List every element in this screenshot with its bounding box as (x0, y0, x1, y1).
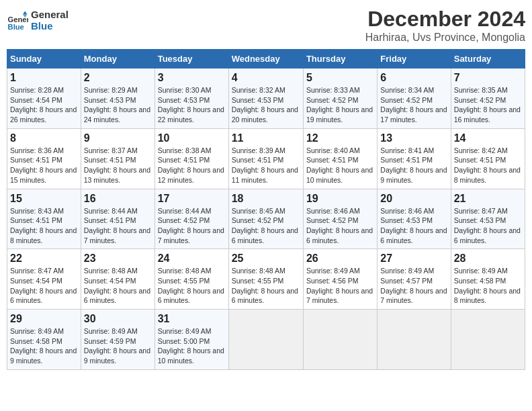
calendar-cell: 7Sunrise: 8:35 AMSunset: 4:52 PMDaylight… (451, 68, 525, 129)
day-info: Sunrise: 8:29 AMSunset: 4:53 PMDaylight:… (84, 85, 152, 125)
week-row-4: 22Sunrise: 8:47 AMSunset: 4:54 PMDayligh… (7, 249, 525, 310)
day-number: 31 (158, 313, 226, 325)
page-title: December 2024 (365, 7, 525, 32)
calendar-cell: 27Sunrise: 8:49 AMSunset: 4:57 PMDayligh… (378, 249, 451, 310)
day-number: 15 (10, 193, 78, 205)
day-number: 1 (10, 72, 78, 84)
calendar-cell: 23Sunrise: 8:48 AMSunset: 4:54 PMDayligh… (81, 249, 154, 310)
calendar-cell: 21Sunrise: 8:47 AMSunset: 4:53 PMDayligh… (451, 189, 525, 249)
calendar-cell: 14Sunrise: 8:42 AMSunset: 4:51 PMDayligh… (451, 128, 525, 189)
day-info: Sunrise: 8:46 AMSunset: 4:52 PMDaylight:… (306, 206, 374, 246)
calendar-cell: 20Sunrise: 8:46 AMSunset: 4:53 PMDayligh… (378, 189, 451, 249)
header-day-wednesday: Wednesday (228, 50, 303, 68)
header-day-thursday: Thursday (303, 50, 377, 68)
day-number: 11 (232, 132, 300, 144)
day-number: 12 (306, 132, 374, 144)
day-number: 13 (380, 132, 447, 144)
day-info: Sunrise: 8:49 AMSunset: 4:57 PMDaylight:… (380, 266, 447, 306)
day-info: Sunrise: 8:46 AMSunset: 4:53 PMDaylight:… (380, 206, 447, 246)
day-info: Sunrise: 8:44 AMSunset: 4:51 PMDaylight:… (84, 206, 152, 246)
day-number: 9 (84, 132, 152, 144)
svg-text:Blue: Blue (8, 22, 24, 30)
header-day-monday: Monday (81, 50, 154, 68)
day-info: Sunrise: 8:40 AMSunset: 4:51 PMDaylight:… (306, 146, 374, 185)
calendar-cell: 3Sunrise: 8:30 AMSunset: 4:53 PMDaylight… (154, 68, 228, 129)
calendar-cell: 18Sunrise: 8:45 AMSunset: 4:52 PMDayligh… (228, 189, 303, 249)
day-number: 23 (84, 253, 152, 265)
calendar-cell: 12Sunrise: 8:40 AMSunset: 4:51 PMDayligh… (303, 128, 377, 189)
day-info: Sunrise: 8:42 AMSunset: 4:51 PMDaylight:… (454, 146, 522, 185)
calendar-cell: 9Sunrise: 8:37 AMSunset: 4:51 PMDaylight… (81, 128, 154, 189)
day-number: 8 (10, 132, 78, 144)
day-number: 2 (84, 72, 152, 84)
day-number: 19 (306, 193, 374, 205)
calendar-cell: 29Sunrise: 8:49 AMSunset: 4:58 PMDayligh… (7, 310, 81, 370)
calendar-cell: 1Sunrise: 8:28 AMSunset: 4:54 PMDaylight… (7, 68, 81, 129)
calendar-cell: 2Sunrise: 8:29 AMSunset: 4:53 PMDaylight… (81, 68, 154, 129)
day-info: Sunrise: 8:34 AMSunset: 4:52 PMDaylight:… (380, 85, 447, 125)
day-info: Sunrise: 8:38 AMSunset: 4:51 PMDaylight:… (158, 146, 226, 185)
svg-marker-2 (23, 11, 27, 14)
calendar-cell (378, 310, 451, 370)
page-subtitle: Harhiraa, Uvs Province, Mongolia (365, 32, 525, 44)
day-number: 22 (10, 253, 78, 265)
calendar-table: SundayMondayTuesdayWednesdayThursdayFrid… (7, 49, 525, 370)
logo-text-line2: Blue (31, 21, 69, 32)
day-number: 26 (306, 253, 374, 265)
day-number: 4 (232, 72, 300, 84)
day-info: Sunrise: 8:49 AMSunset: 5:00 PMDaylight:… (158, 326, 226, 366)
day-number: 6 (380, 72, 447, 84)
day-info: Sunrise: 8:49 AMSunset: 4:58 PMDaylight:… (454, 266, 522, 306)
day-number: 14 (454, 132, 522, 144)
day-number: 18 (232, 193, 300, 205)
day-info: Sunrise: 8:35 AMSunset: 4:52 PMDaylight:… (454, 85, 522, 125)
header-day-sunday: Sunday (7, 50, 81, 68)
day-number: 3 (158, 72, 226, 84)
calendar-cell: 25Sunrise: 8:48 AMSunset: 4:55 PMDayligh… (228, 249, 303, 310)
calendar-cell: 5Sunrise: 8:33 AMSunset: 4:52 PMDaylight… (303, 68, 377, 129)
day-number: 21 (454, 193, 522, 205)
day-number: 24 (158, 253, 226, 265)
day-info: Sunrise: 8:33 AMSunset: 4:52 PMDaylight:… (306, 85, 374, 125)
day-number: 27 (380, 253, 447, 265)
calendar-cell: 17Sunrise: 8:44 AMSunset: 4:52 PMDayligh… (154, 189, 228, 249)
week-row-2: 8Sunrise: 8:36 AMSunset: 4:51 PMDaylight… (7, 128, 525, 189)
day-info: Sunrise: 8:39 AMSunset: 4:51 PMDaylight:… (232, 146, 300, 185)
calendar-cell (228, 310, 303, 370)
calendar-body: 1Sunrise: 8:28 AMSunset: 4:54 PMDaylight… (7, 68, 525, 370)
day-info: Sunrise: 8:48 AMSunset: 4:55 PMDaylight:… (158, 266, 226, 306)
day-info: Sunrise: 8:47 AMSunset: 4:54 PMDaylight:… (10, 266, 78, 306)
calendar-header: SundayMondayTuesdayWednesdayThursdayFrid… (7, 50, 525, 68)
calendar-cell: 10Sunrise: 8:38 AMSunset: 4:51 PMDayligh… (154, 128, 228, 189)
day-info: Sunrise: 8:45 AMSunset: 4:52 PMDaylight:… (232, 206, 300, 246)
calendar-cell: 11Sunrise: 8:39 AMSunset: 4:51 PMDayligh… (228, 128, 303, 189)
calendar-cell: 31Sunrise: 8:49 AMSunset: 5:00 PMDayligh… (154, 310, 228, 370)
day-number: 20 (380, 193, 447, 205)
day-number: 7 (454, 72, 522, 84)
day-info: Sunrise: 8:44 AMSunset: 4:52 PMDaylight:… (158, 206, 226, 246)
calendar-cell: 13Sunrise: 8:41 AMSunset: 4:51 PMDayligh… (378, 128, 451, 189)
week-row-3: 15Sunrise: 8:43 AMSunset: 4:51 PMDayligh… (7, 189, 525, 249)
day-info: Sunrise: 8:36 AMSunset: 4:51 PMDaylight:… (10, 146, 78, 185)
header-row: SundayMondayTuesdayWednesdayThursdayFrid… (7, 50, 525, 68)
calendar-cell: 4Sunrise: 8:32 AMSunset: 4:53 PMDaylight… (228, 68, 303, 129)
calendar-cell: 28Sunrise: 8:49 AMSunset: 4:58 PMDayligh… (451, 249, 525, 310)
day-number: 28 (454, 253, 522, 265)
day-number: 17 (158, 193, 226, 205)
day-info: Sunrise: 8:47 AMSunset: 4:53 PMDaylight:… (454, 206, 522, 246)
header-day-friday: Friday (378, 50, 451, 68)
day-number: 10 (158, 132, 226, 144)
calendar-cell: 30Sunrise: 8:49 AMSunset: 4:59 PMDayligh… (81, 310, 154, 370)
week-row-5: 29Sunrise: 8:49 AMSunset: 4:58 PMDayligh… (7, 310, 525, 370)
calendar-cell: 15Sunrise: 8:43 AMSunset: 4:51 PMDayligh… (7, 189, 81, 249)
header-day-tuesday: Tuesday (154, 50, 228, 68)
calendar-cell: 16Sunrise: 8:44 AMSunset: 4:51 PMDayligh… (81, 189, 154, 249)
header: General Blue General Blue December 2024 … (7, 7, 525, 44)
day-info: Sunrise: 8:48 AMSunset: 4:55 PMDaylight:… (232, 266, 300, 306)
day-number: 5 (306, 72, 374, 84)
calendar-cell: 6Sunrise: 8:34 AMSunset: 4:52 PMDaylight… (378, 68, 451, 129)
calendar-cell: 22Sunrise: 8:47 AMSunset: 4:54 PMDayligh… (7, 249, 81, 310)
calendar-cell: 8Sunrise: 8:36 AMSunset: 4:51 PMDaylight… (7, 128, 81, 189)
day-info: Sunrise: 8:48 AMSunset: 4:54 PMDaylight:… (84, 266, 152, 306)
day-info: Sunrise: 8:37 AMSunset: 4:51 PMDaylight:… (84, 146, 152, 185)
